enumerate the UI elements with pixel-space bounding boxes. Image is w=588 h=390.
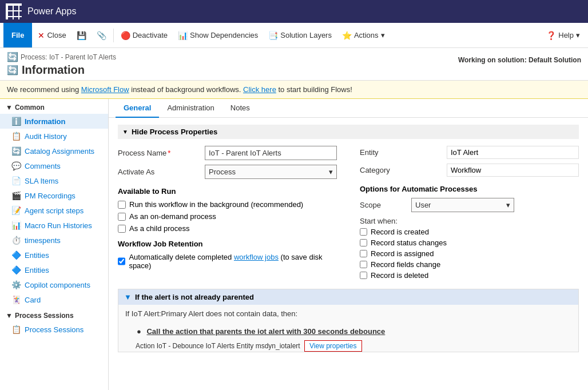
tab-notes[interactable]: Notes xyxy=(223,99,258,118)
catalog-icon: 🔄 xyxy=(11,146,21,156)
start-when-created[interactable]: Record is created xyxy=(360,228,579,236)
sla-icon: 📄 xyxy=(11,176,21,185)
information-icon: ℹ️ xyxy=(11,117,21,126)
available-to-run-section: Available to Run Run this workflow in th… xyxy=(118,187,337,233)
solution-layers-button[interactable]: 📑 Solution Layers xyxy=(264,27,336,43)
working-on-solution: Working on solution: Default Solution xyxy=(458,51,581,64)
sidebar-item-process-sessions[interactable]: 📋 Process Sessions xyxy=(0,322,108,337)
info-icon: 🔄 xyxy=(7,65,18,75)
background-workflow-checkbox[interactable] xyxy=(118,201,126,209)
top-bar: Power Apps xyxy=(0,0,588,23)
bullet-text: Call the action that parents the iot ale… xyxy=(146,327,385,336)
process-name-label: Process Name * xyxy=(118,146,198,160)
sidebar-item-timespents[interactable]: ⏱️ timespents xyxy=(0,233,108,248)
help-icon: ❓ xyxy=(546,31,556,40)
automatic-processes-title: Options for Automatic Processes xyxy=(360,185,579,193)
status-changes-checkbox[interactable] xyxy=(360,239,367,246)
sidebar: ▼ Common ℹ️ Information 📋 Audit History … xyxy=(0,99,109,390)
workflow-bullet: ● Call the action that parents the iot a… xyxy=(130,323,578,340)
form-content: ▼ Hide Process Properties Process Name *… xyxy=(109,118,588,289)
created-checkbox[interactable] xyxy=(360,228,367,236)
workflow-section-header[interactable]: ▼ If the alert is not already parented xyxy=(118,289,578,305)
show-dependencies-button[interactable]: 📊 Show Dependencies xyxy=(173,27,263,43)
save-button[interactable]: 💾 xyxy=(72,27,91,43)
sidebar-item-copilot-components[interactable]: ⚙️ Copilot components xyxy=(0,277,108,292)
form-right-col: Entity IoT Alert Category Workflow Optio… xyxy=(360,146,579,282)
start-when-section: Start when: Record is created Record sta… xyxy=(360,217,579,280)
microsoft-flow-link[interactable]: Microsoft Flow xyxy=(81,85,129,94)
workflow-action-row: Action IoT - Debounce IoT Alerts Entity … xyxy=(136,340,578,352)
sidebar-item-comments[interactable]: 💬 Comments xyxy=(0,158,108,173)
assigned-checkbox[interactable] xyxy=(360,250,367,257)
card-icon: 🃏 xyxy=(11,295,21,304)
workflow-jobs-link[interactable]: workflow jobs xyxy=(234,253,279,261)
view-properties-button[interactable]: View properties xyxy=(304,342,362,350)
sidebar-item-card[interactable]: 🃏 Card xyxy=(0,292,108,307)
form-two-col: Process Name * Activate As Process ▾ Ava… xyxy=(118,146,579,282)
checkbox-auto-delete[interactable]: Automatically delete completed workflow … xyxy=(118,253,337,270)
section-arrow2-icon: ▼ xyxy=(6,312,13,320)
sidebar-item-sla-items[interactable]: 📄 SLA Items xyxy=(0,173,108,188)
main-layout: ▼ Common ℹ️ Information 📋 Audit History … xyxy=(0,99,588,390)
start-when-deleted[interactable]: Record is deleted xyxy=(360,271,579,280)
close-button[interactable]: ✕ Close xyxy=(33,27,70,43)
basic-fields: Process Name * Activate As Process ▾ xyxy=(118,146,337,179)
time-icon: ⏱️ xyxy=(11,236,21,245)
process-icon: 🔄 xyxy=(7,51,18,62)
entity-value: IoT Alert xyxy=(447,146,579,159)
automatic-processes-section: Options for Automatic Processes Scope Us… xyxy=(360,185,579,280)
macro-icon: 📊 xyxy=(11,221,21,230)
file-button[interactable]: File xyxy=(3,23,32,47)
fields-change-checkbox[interactable] xyxy=(360,261,367,268)
click-here-link[interactable]: Click here xyxy=(243,85,276,94)
workflow-condition: If IoT Alert:Primary Alert does not cont… xyxy=(118,305,578,323)
checkbox-child-process[interactable]: As a child process xyxy=(118,224,337,233)
waffle-icon[interactable] xyxy=(6,3,22,19)
sidebar-item-entities-1[interactable]: 🔷 Entities xyxy=(0,248,108,262)
sidebar-item-pm-recordings[interactable]: 🎬 PM Recordings xyxy=(0,188,108,203)
deactivate-button[interactable]: 🔴 Deactivate xyxy=(116,27,172,43)
scope-chevron-icon: ▾ xyxy=(506,201,510,209)
form-left-col: Process Name * Activate As Process ▾ Ava… xyxy=(118,146,337,282)
agent-icon: 📝 xyxy=(11,206,21,215)
checkbox-background-workflow[interactable]: Run this workflow in the background (rec… xyxy=(118,200,337,209)
sidebar-item-information[interactable]: ℹ️ Information xyxy=(0,114,108,129)
child-process-checkbox[interactable] xyxy=(118,225,126,233)
category-value: Workflow xyxy=(447,164,579,177)
sidebar-item-audit-history[interactable]: 📋 Audit History xyxy=(0,129,108,144)
auto-delete-checkbox[interactable] xyxy=(118,257,125,265)
category-label: Category xyxy=(360,164,440,177)
start-when-fields-change[interactable]: Record fields change xyxy=(360,260,579,269)
available-to-run-options: Run this workflow in the background (rec… xyxy=(118,200,337,233)
checkbox-on-demand[interactable]: As an on-demand process xyxy=(118,212,337,221)
entity-category-fields: Entity IoT Alert Category Workflow xyxy=(360,146,579,177)
sidebar-item-catalog-assignments[interactable]: 🔄 Catalog Assignments xyxy=(0,144,108,158)
scope-select[interactable]: User ▾ xyxy=(411,198,514,212)
activate-as-select[interactable]: Process ▾ xyxy=(205,165,337,179)
copilot-icon: ⚙️ xyxy=(11,280,21,289)
start-when-label: Start when: xyxy=(360,217,579,225)
process-name-input[interactable] xyxy=(205,146,337,160)
entities2-icon: 🔷 xyxy=(11,265,21,274)
process-sessions-icon: 📋 xyxy=(11,325,21,334)
tab-general[interactable]: General xyxy=(116,99,159,118)
comments-icon: 💬 xyxy=(11,161,21,170)
deleted-checkbox[interactable] xyxy=(360,272,367,279)
retention-options: Automatically delete completed workflow … xyxy=(118,253,337,270)
workflow-section: ▼ If the alert is not already parented I… xyxy=(118,289,579,352)
command-bar: File ✕ Close 💾 📎 🔴 Deactivate 📊 Show Dep… xyxy=(0,23,588,48)
hide-process-properties-section[interactable]: ▼ Hide Process Properties xyxy=(118,125,579,139)
breadcrumb-left: 🔄 Process: IoT - Parent IoT Alerts 🔄 Inf… xyxy=(7,51,116,80)
on-demand-checkbox[interactable] xyxy=(118,213,126,221)
start-when-status-changes[interactable]: Record status changes xyxy=(360,238,579,247)
tab-administration[interactable]: Administration xyxy=(159,99,222,118)
attach-button[interactable]: 📎 xyxy=(92,27,111,43)
help-button[interactable]: ❓ Help ▾ xyxy=(542,27,585,43)
pm-icon: 🎬 xyxy=(11,191,21,200)
sidebar-item-agent-script-steps[interactable]: 📝 Agent script steps xyxy=(0,203,108,218)
actions-button[interactable]: ⭐ Actions ▾ xyxy=(337,27,390,43)
start-when-assigned[interactable]: Record is assigned xyxy=(360,249,579,258)
workflow-job-retention-title: Workflow Job Retention xyxy=(118,240,337,248)
sidebar-item-entities-2[interactable]: 🔷 Entities xyxy=(0,262,108,277)
sidebar-item-macro-run-histories[interactable]: 📊 Macro Run Histories xyxy=(0,218,108,233)
